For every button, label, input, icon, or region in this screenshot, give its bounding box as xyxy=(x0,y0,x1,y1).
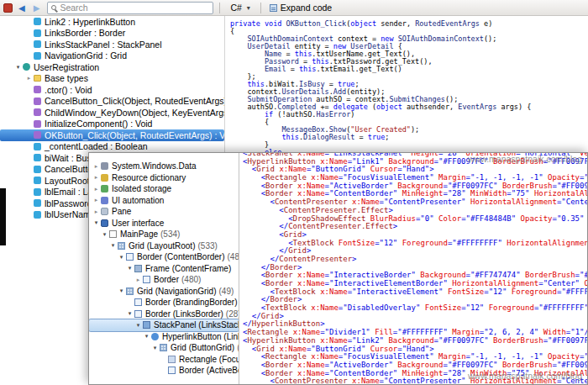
tree-item-label: Pane xyxy=(112,207,131,216)
tree-item[interactable]: NavigationGrid : Grid xyxy=(0,50,224,62)
expander-collapsed-icon[interactable]: ▸ xyxy=(25,75,33,82)
expander-expanded-icon[interactable]: ▾ xyxy=(134,322,142,329)
tree-item[interactable]: Border (ActiveBorder)(0) xyxy=(89,365,239,377)
expander-collapsed-icon[interactable]: ▸ xyxy=(92,163,100,170)
event-count: (49) xyxy=(218,287,234,296)
tree-item[interactable]: ▸UI automation xyxy=(89,195,239,207)
tree-item[interactable]: ▸Base types xyxy=(0,73,224,85)
field-icon xyxy=(34,143,41,150)
tree-item[interactable]: ▾Frame (ContentFrame) xyxy=(89,263,239,275)
chevron-down-icon: ▾ xyxy=(247,4,250,12)
tree-item[interactable]: ▾Grid (ButtonGrid)(0) xyxy=(89,342,239,354)
watermark: www.manaspatnaik.com/blog xyxy=(468,371,582,381)
tree-item-label: NavigationGrid : Grid xyxy=(45,50,127,61)
tree-item[interactable]: .ctor() : Void xyxy=(0,84,224,96)
expander-expanded-icon[interactable]: ▾ xyxy=(126,265,134,272)
event-count: (28) xyxy=(226,309,239,319)
tree-item[interactable]: Border (BrandingBorder)(0) xyxy=(89,297,239,309)
tree-item[interactable]: _contentLoaded : Boolean xyxy=(0,141,224,153)
tree-item[interactable]: ▾MainPage(534) xyxy=(89,229,239,240)
ui-explorer-tree[interactable]: ▸System.Windows.Data▸Resource dictionary… xyxy=(89,161,239,384)
tree-item-label: StackPanel (LinksStackPanel) xyxy=(154,320,239,330)
xaml-pane[interactable]: <StackPanel x:Name="LinksStackPanel" Hei… xyxy=(239,153,587,384)
tree-item[interactable]: CancelButton_Click(Object, RoutedEventAr… xyxy=(0,96,224,108)
expander-expanded-icon[interactable]: ▾ xyxy=(14,64,22,71)
event-count: (533) xyxy=(197,241,217,251)
search-placeholder: Search xyxy=(60,3,87,13)
expand-code-button[interactable]: Expand code xyxy=(267,2,334,13)
expander-expanded-icon[interactable]: ▾ xyxy=(118,254,125,261)
expander-expanded-icon[interactable]: ▾ xyxy=(109,242,117,249)
search-input[interactable]: Search xyxy=(47,2,213,14)
tree-item-label: Border (ActiveBorder) xyxy=(179,366,239,375)
tree-item[interactable]: ▾Grid (LayoutRoot)(533) xyxy=(89,240,239,252)
tree-item[interactable]: ▸Border(480) xyxy=(89,274,239,286)
tree-item[interactable]: ▾HyperlinkButton (Link1)(1) xyxy=(89,331,239,343)
tree-item[interactable]: ChildWindow_KeyDown(Object, KeyEventArgs… xyxy=(0,107,224,119)
expander-expanded-icon[interactable]: ▾ xyxy=(143,333,150,340)
tree-item[interactable]: ▾Border (LinksBorder)(28) xyxy=(89,309,239,320)
tree-item-label: Grid (NavigationGrid) xyxy=(137,287,216,296)
assembly-icon xyxy=(101,162,108,170)
expander-expanded-icon[interactable]: ▾ xyxy=(126,310,134,317)
expander-expanded-icon[interactable]: ▾ xyxy=(118,287,125,294)
toolbar-separator xyxy=(219,3,220,13)
expander-collapsed-icon[interactable]: ▸ xyxy=(92,174,100,181)
field-icon xyxy=(34,199,41,207)
forward-button[interactable]: ▶ xyxy=(31,3,43,13)
expander-collapsed-icon[interactable]: ▸ xyxy=(92,197,100,203)
method-icon xyxy=(34,86,41,93)
tree-item[interactable]: OKButton_Click(Object, RoutedEventArgs) … xyxy=(0,129,224,141)
watermark: www.manaspatnaik.com/blog xyxy=(468,154,582,164)
xaml-line: <TextBlock x:Name="DisabledOverlay" Font… xyxy=(243,304,587,313)
class-icon xyxy=(23,63,30,71)
hyperlink-icon xyxy=(151,333,159,340)
event-count: (482) xyxy=(228,252,239,261)
border-icon xyxy=(126,253,134,261)
page-icon xyxy=(109,230,117,238)
folder-icon xyxy=(34,75,41,82)
tree-item-label: Rectangle (FocusVisualElement) xyxy=(179,355,239,364)
tree-item[interactable]: Rectangle (FocusVisualElement)(0) xyxy=(89,354,239,366)
field-icon xyxy=(34,188,41,196)
expander-expanded-icon[interactable]: ▾ xyxy=(92,219,100,226)
expand-code-icon xyxy=(270,4,277,12)
tree-item[interactable]: LinksBorder : Border xyxy=(0,28,224,40)
border-icon xyxy=(134,298,142,306)
tree-item[interactable]: ▾UserRegistration xyxy=(0,61,224,73)
method-icon xyxy=(34,120,41,128)
expander-expanded-icon[interactable]: ▾ xyxy=(101,231,108,238)
tree-item-label: CancelButton_Click(Object, RoutedEventAr… xyxy=(45,96,225,106)
tree-item-label: Border (LinksBorder) xyxy=(145,309,223,319)
tree-item[interactable]: ▸Isolated storage xyxy=(89,183,239,195)
tree-item[interactable]: InitializeComponent() : Void xyxy=(0,119,224,130)
tree-item[interactable]: ▸Pane xyxy=(89,206,239,218)
resource-icon xyxy=(101,174,108,182)
tree-item-label: Grid (LayoutRoot) xyxy=(129,241,195,251)
rectangle-icon xyxy=(168,356,176,363)
tree-item[interactable]: ▾Grid (NavigationGrid)(49) xyxy=(89,286,239,298)
tree-item[interactable]: ▸Resource dictionary xyxy=(89,172,239,184)
code-line: if (!authSO.HasError) xyxy=(230,111,588,119)
expander-collapsed-icon[interactable]: ▸ xyxy=(92,208,100,215)
tree-item[interactable]: ▸System.Windows.Data xyxy=(89,161,239,172)
tree-item-label: InitializeComponent() : Void xyxy=(45,119,152,129)
expander-collapsed-icon[interactable]: ▸ xyxy=(92,186,100,192)
ui-icon xyxy=(101,219,108,227)
decompiler-toolbar: ◀ ▶ Search C# ▾ Expand code xyxy=(0,0,588,16)
tree-item[interactable]: ▾Border (ContentBorder)(482) xyxy=(89,251,239,263)
tree-item[interactable]: LinksStackPanel : StackPanel xyxy=(0,39,224,50)
border-icon xyxy=(134,310,142,318)
code-line: Email = this.txtEmail.get_Text() xyxy=(230,66,588,73)
back-button[interactable]: ◀ xyxy=(16,3,28,13)
tree-item[interactable]: Link2 : HyperlinkButton xyxy=(0,16,224,28)
expander-collapsed-icon[interactable]: ▸ xyxy=(134,277,142,283)
app-icon xyxy=(3,3,13,13)
pane-icon xyxy=(101,208,108,215)
tree-item[interactable]: ▾User interface xyxy=(89,218,239,229)
tree-item[interactable]: ▾StackPanel (LinksStackPanel)(25) xyxy=(89,319,239,331)
code-line: private void OKButton_Click(object sende… xyxy=(230,20,588,28)
expander-expanded-icon[interactable]: ▾ xyxy=(151,345,159,351)
storage-icon xyxy=(101,185,108,192)
language-selector[interactable]: C# ▾ xyxy=(226,2,254,13)
